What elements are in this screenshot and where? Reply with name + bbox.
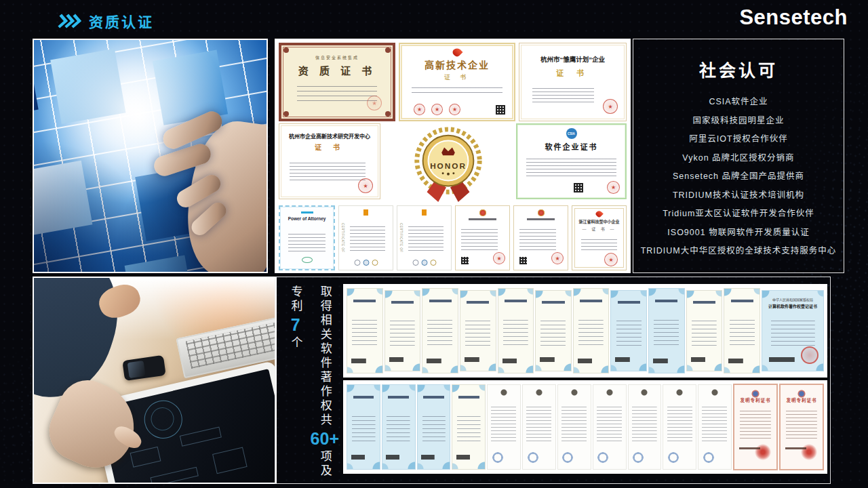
- text-lines: [290, 163, 366, 182]
- innovation-patent-document: [522, 384, 556, 470]
- certificate-subtitle: 证 书: [279, 142, 380, 152]
- certificate-power-of-attorney: Power of Attorney: [279, 205, 335, 270]
- patents-panel: 取得相关软件著作权共60+项及 专利7个 中华人民共和国国家版权局 计算机软件著…: [275, 277, 831, 484]
- certificate-title: 杭州市企业高新技术研究开发中心: [279, 132, 380, 140]
- accreditation-seals: [412, 260, 436, 266]
- certificate-side-text: CERTIFICATE OF REGISTRATION: [398, 209, 404, 266]
- flame-icon: [595, 209, 604, 218]
- certificate-title: 计算机软件著作权登记证书: [762, 303, 823, 309]
- green-stamp-icon: [302, 257, 313, 263]
- software-copyright-certificate: [460, 290, 496, 371]
- svg-text:HONOR: HONOR: [430, 161, 467, 171]
- slide: 资质认证 Sensetech: [0, 0, 868, 488]
- certificate-subtitle: 证 书: [400, 73, 514, 81]
- registrar-mark-icon: [363, 209, 368, 216]
- software-copyright-certificate: [610, 290, 647, 371]
- text-lines: [461, 229, 498, 252]
- list-item: 阿里云IOT授权合作伙伴: [633, 130, 844, 149]
- copyright-certificates-row: 中华人民共和国国家版权局 计算机软件著作权登记证书: [343, 284, 827, 378]
- certificate-qualification: 信息安全系统集成 资 质 证 书: [279, 43, 395, 121]
- gold-medal-icon: HONOR: [408, 123, 489, 203]
- qr-code-icon: [519, 257, 527, 264]
- certificate-zhejiang-sme: 浙江省科技型中小企业 — 证 书 —: [572, 205, 627, 270]
- text-lines: [297, 86, 377, 104]
- photo-touchscreen-wall: [33, 39, 268, 273]
- text-lines: [526, 159, 617, 179]
- smartphone: [122, 355, 165, 381]
- text-lines: [350, 226, 385, 253]
- text-lines: [532, 88, 594, 105]
- red-seal-icon: [604, 253, 618, 266]
- certificate-header: 信息安全系统集成: [281, 54, 393, 60]
- photo-office-desk: [33, 277, 277, 484]
- certificate-chuying-plan: 杭州市“雏鹰计划”企业 证 书: [519, 43, 627, 121]
- text-lines: [581, 239, 618, 251]
- red-seal-icon: [414, 104, 425, 115]
- certificate-title: 浙江省科技型中小企业: [572, 218, 626, 224]
- count-60plus: 60+: [311, 430, 339, 447]
- accreditation-seals: [354, 260, 378, 266]
- csia-badge-icon: CSIA: [566, 128, 577, 139]
- certificate-title: 发明专利证书: [781, 396, 823, 403]
- certificate-title-bar: [527, 218, 555, 220]
- red-seal-icon: [431, 104, 443, 115]
- list-item: Tridium亚太区认证软件开发合作伙伴: [633, 205, 844, 224]
- certificate-rd-center: 杭州市企业高新技术研究开发中心 证 书: [279, 123, 380, 199]
- software-copyright-certificate: [686, 290, 723, 371]
- list-item: Sensetech 品牌全国产品提供商: [633, 167, 844, 186]
- text-lines: [412, 87, 502, 98]
- software-copyright-certificate: [648, 288, 685, 373]
- innovation-patent-document: [628, 384, 662, 470]
- list-item: CSIA软件企业: [633, 93, 844, 112]
- certificate-subtitle: 证 书: [519, 67, 626, 78]
- caption-column-copyright: 取得相关软件著作权共60+项及: [311, 285, 339, 481]
- certificate-title: 高新技术企业: [400, 58, 514, 71]
- national-emblem-icon: [479, 209, 486, 216]
- vendor-logo-mark: [301, 211, 313, 214]
- certificate-side-text: CERTIFICATE OF REGISTRATION: [340, 209, 346, 266]
- certificate-software-enterprise: CSIA 软件企业证书: [516, 123, 627, 199]
- vertical-caption: 取得相关软件著作权共60+项及 专利7个: [285, 285, 339, 481]
- patent-certificates-row: 发明专利证书 发明专利证书: [343, 380, 827, 474]
- page-title: 资质认证: [89, 11, 154, 31]
- software-copyright-certificate: [535, 290, 572, 371]
- certificate-title: 资 质 证 书: [281, 63, 393, 77]
- recognition-list: CSIA软件企业 国家级科技园明星企业 阿里云IOT授权合作伙伴 Vykon 品…: [633, 93, 844, 261]
- brand-logo: Sensetech: [739, 5, 848, 30]
- software-copyright-certificate: [347, 384, 380, 470]
- software-copyright-certificate: [347, 288, 383, 373]
- certificate-title: 软件企业证书: [517, 141, 625, 152]
- red-seal-icon: [607, 181, 620, 194]
- certificates-panel: 信息安全系统集成 资 质 证 书 高新技术企业 证 书 杭州市“雏鹰计划”企业: [275, 39, 631, 273]
- list-item: 国家级科技园明星企业: [633, 112, 844, 131]
- software-copyright-certificate: [382, 384, 416, 470]
- innovation-patent-document: [557, 384, 591, 470]
- certificate-header: 中华人民共和国国家版权局: [762, 297, 823, 302]
- qr-code-icon: [574, 183, 583, 192]
- certificate-title: 杭州市“雏鹰计划”企业: [519, 54, 626, 64]
- red-seal-icon: [358, 178, 373, 193]
- software-copyright-certificate: [724, 288, 760, 373]
- certificate-title-bar: [469, 218, 496, 220]
- qr-code-icon: [496, 105, 505, 115]
- software-copyright-certificate: [498, 288, 534, 373]
- qr-code-icon: [461, 257, 469, 264]
- text-lines: [408, 226, 443, 253]
- innovation-patent-document: [593, 384, 627, 470]
- caption-column-patent: 专利7个: [290, 285, 302, 481]
- text-lines: [519, 229, 556, 252]
- certificate-business-license: [455, 205, 510, 270]
- software-copyright-certificate-large: 中华人民共和国国家版权局 计算机软件著作权登记证书: [762, 290, 824, 371]
- red-seal-icon: [603, 99, 618, 114]
- panel-title: 社会认可: [633, 57, 844, 81]
- certificate-iso-registration: CERTIFICATE OF REGISTRATION: [338, 205, 393, 270]
- text-lines: [288, 234, 326, 253]
- registrar-mark-icon: [422, 209, 427, 216]
- innovation-patent-document: [487, 384, 521, 470]
- certificate-title: 发明专利证书: [734, 396, 776, 403]
- certificate-iso-registration: CERTIFICATE OF REGISTRATION: [397, 205, 452, 270]
- red-seal-icon: [551, 252, 564, 264]
- national-emblem-icon: [538, 209, 545, 216]
- software-copyright-certificate: [417, 384, 451, 470]
- list-item: ISO9001 物联网软件开发质量认证: [633, 224, 844, 243]
